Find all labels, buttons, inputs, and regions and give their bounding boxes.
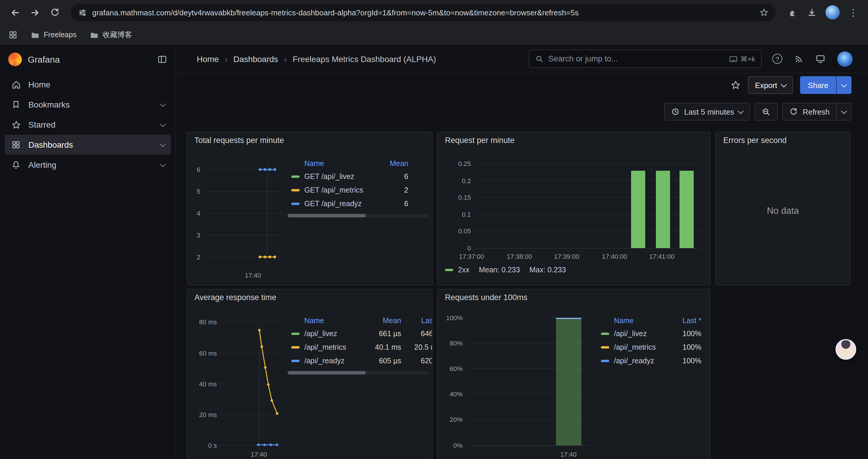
legend-row[interactable]: /api/_readyz 100% — [596, 354, 701, 367]
apps-grid-icon[interactable] — [8, 30, 18, 40]
legend-row[interactable]: GET /api/_livez 6 — [286, 169, 427, 183]
sidebar-item-bookmarks[interactable]: Bookmarks — [5, 95, 171, 114]
series-mean: 2 — [385, 186, 408, 194]
downloads-icon[interactable] — [803, 4, 821, 21]
legend-row[interactable]: /api/_readyz 605 µs 620 — [286, 354, 433, 367]
url-bar[interactable]: grafana.mathmast.com/d/deytv4rwavabkb/fr… — [71, 4, 776, 21]
extensions-icon[interactable] — [783, 4, 801, 21]
panel-errors-per-second[interactable]: Errors per second No data — [716, 132, 850, 285]
legend-header-name[interactable]: Name — [304, 317, 368, 325]
legend-scrollbar[interactable] — [286, 371, 428, 374]
legend-table: Name Mean GET /api/_livez 6 GET /api/_me… — [286, 158, 427, 210]
url-text[interactable]: grafana.mathmast.com/d/deytv4rwavabkb/fr… — [92, 8, 754, 17]
series-color-dash — [291, 175, 300, 177]
panel-title[interactable]: Request per minute — [445, 136, 515, 145]
share-button[interactable]: Share — [800, 76, 851, 94]
browser-profile-avatar[interactable] — [826, 5, 840, 20]
legend-row[interactable]: /api/_livez 100% — [596, 327, 701, 340]
series-name[interactable]: /api/_readyz — [614, 357, 674, 365]
legend-row[interactable]: /api/_metrics 40.1 ms 20.5 r — [286, 340, 433, 354]
legend-row[interactable]: /api/_metrics 100% — [596, 340, 701, 354]
legend-row[interactable]: GET /api/_readyz 6 — [286, 197, 427, 210]
grafana-sidebar: Grafana Home Bookmarks — [0, 45, 176, 459]
y-tick: 0 — [447, 244, 471, 252]
y-tick: 5 — [187, 187, 200, 196]
series-name[interactable]: /api/_metrics — [614, 343, 674, 351]
breadcrumb-home[interactable]: Home — [197, 54, 219, 64]
breadcrumb-dashboards[interactable]: Dashboards — [234, 54, 278, 64]
series-name[interactable]: /api/_readyz — [304, 357, 368, 365]
help-icon[interactable]: ? — [772, 54, 782, 64]
chevron-down-icon[interactable] — [160, 101, 166, 107]
series-name[interactable]: GET /api/_metrics — [304, 186, 385, 194]
site-settings-icon[interactable] — [78, 8, 87, 17]
share-menu-caret[interactable] — [836, 76, 851, 94]
share-button-label[interactable]: Share — [800, 76, 836, 94]
sidebar-item-alerting[interactable]: Alerting — [5, 155, 171, 175]
series-name[interactable]: 2xx — [458, 266, 469, 274]
news-rss-icon[interactable] — [794, 54, 804, 64]
legend-header-last[interactable]: Last * — [674, 317, 701, 325]
legend-row[interactable]: /api/_livez 661 µs 646 — [286, 327, 433, 340]
chevron-down-icon[interactable] — [160, 161, 166, 167]
x-tick: 17:40 — [243, 450, 274, 458]
monitor-icon[interactable] — [815, 54, 826, 64]
series-name[interactable]: /api/_livez — [304, 329, 368, 338]
sidebar-item-label: Starred — [28, 120, 56, 129]
back-icon[interactable] — [6, 4, 24, 21]
panel-request-per-minute[interactable]: Request per minute 0.25 0.2 — [437, 132, 710, 285]
breadcrumb-separator: › — [284, 54, 286, 64]
panel-title[interactable]: Errors per second — [723, 136, 787, 145]
series-name[interactable]: /api/_metrics — [304, 343, 368, 351]
export-button[interactable]: Export — [748, 76, 793, 94]
bookmark-label: Freeleaps — [44, 31, 76, 39]
legend-header-name[interactable]: Name — [614, 317, 674, 325]
chevron-down-icon[interactable] — [160, 121, 166, 127]
panel-title[interactable]: Requests under 100ms — [445, 293, 527, 302]
forward-icon[interactable] — [26, 4, 44, 21]
legend-scrollbar[interactable] — [286, 214, 428, 218]
zoom-out-button[interactable] — [755, 103, 778, 121]
series-name[interactable]: GET /api/_readyz — [304, 199, 385, 208]
y-tick: 0 s — [191, 441, 217, 450]
bookmark-star-icon[interactable] — [759, 8, 769, 17]
refresh-button[interactable]: Refresh — [783, 103, 836, 120]
legend-row[interactable]: GET /api/_metrics 2 — [286, 183, 427, 197]
sidebar-item-home[interactable]: Home — [5, 74, 171, 95]
grafana-logo[interactable] — [8, 52, 22, 66]
bookmark-folder-freeleaps[interactable]: Freeleaps — [31, 30, 76, 39]
dashboard-actions-bar: Export Share — [176, 73, 868, 97]
user-avatar[interactable] — [837, 51, 852, 66]
sidebar-item-dashboards[interactable]: Dashboards — [5, 135, 171, 155]
sidebar-item-starred[interactable]: Starred — [5, 114, 171, 135]
legend-header: Name Mean Las — [286, 315, 433, 327]
reload-icon[interactable] — [46, 4, 64, 21]
panel-avg-response-time[interactable]: Average response time — [187, 289, 433, 459]
floating-avatar-overlay[interactable] — [836, 339, 856, 360]
series-name[interactable]: GET /api/_livez — [304, 172, 385, 181]
panel-title[interactable]: Average response time — [194, 293, 276, 302]
scrollbar-thumb[interactable] — [288, 371, 366, 374]
panel-title[interactable]: Total requests per minute — [194, 136, 284, 145]
favorite-star-icon[interactable] — [730, 80, 741, 90]
legend-header-name[interactable]: Name — [304, 160, 385, 168]
panel-total-requests[interactable]: Total requests per minute — [187, 132, 433, 285]
scrollbar-thumb[interactable] — [288, 214, 366, 218]
dock-sidebar-icon[interactable] — [157, 54, 167, 64]
panel-requests-under-100ms[interactable]: Requests under 100ms 100% 80% 60% — [437, 289, 710, 459]
refresh-interval-caret[interactable] — [836, 103, 851, 120]
dashboard-canvas: Last 5 minutes Refresh — [176, 97, 868, 459]
search-icon — [535, 55, 544, 63]
browser-menu-icon[interactable]: ⋮ — [844, 4, 862, 21]
legend-header-mean[interactable]: Mean — [385, 160, 408, 168]
chevron-down-icon — [781, 81, 787, 87]
series-name[interactable]: /api/_livez — [614, 329, 674, 338]
legend-series[interactable]: 2xx — [445, 266, 469, 274]
legend-header-mean[interactable]: Mean — [368, 317, 401, 325]
chevron-down-icon[interactable] — [160, 141, 166, 147]
chevron-down-icon — [738, 108, 744, 114]
legend-header-last[interactable]: Las — [406, 317, 433, 325]
search-input[interactable]: Search or jump to... ⌘+k — [529, 50, 762, 68]
time-range-picker[interactable]: Last 5 minutes — [664, 103, 750, 121]
bookmark-folder-blog[interactable]: 收藏博客 — [90, 30, 132, 40]
